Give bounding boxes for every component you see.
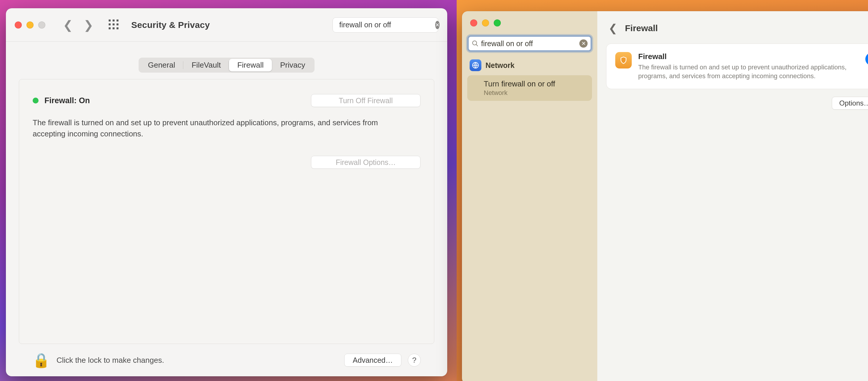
firewall-options-button[interactable]: Firewall Options… — [311, 156, 421, 169]
search-field[interactable]: ✕ — [333, 18, 438, 33]
tab-general[interactable]: General — [140, 59, 184, 71]
search-input[interactable] — [339, 21, 432, 29]
firewall-toggle[interactable] — [865, 53, 868, 66]
svg-point-11 — [472, 41, 477, 45]
svg-rect-2 — [117, 20, 119, 22]
firewall-panel: Firewall: On Turn Off Firewall The firew… — [19, 79, 434, 344]
back-button[interactable]: ❮ — [63, 18, 73, 32]
firewall-description: The firewall is turned on and set up to … — [33, 117, 386, 139]
monterey-system-preferences-window: ❮ ❯ Security & Privacy ✕ — [6, 8, 447, 376]
window-title: Security & Privacy — [131, 20, 210, 30]
search-field[interactable]: ✕ — [467, 35, 592, 52]
tab-filevault[interactable]: FileVault — [183, 59, 229, 71]
clear-search-button[interactable]: ✕ — [579, 39, 588, 48]
advanced-button[interactable]: Advanced… — [344, 354, 401, 367]
zoom-window-button[interactable] — [494, 20, 501, 27]
x-icon: ✕ — [435, 22, 440, 28]
tab-firewall[interactable]: Firewall — [229, 59, 272, 71]
svg-rect-8 — [117, 27, 119, 29]
forward-button[interactable]: ❯ — [84, 18, 94, 32]
footer: 🔒 Click the lock to make changes. Advanc… — [19, 344, 434, 376]
content-pane: ❮ Firewall Firewall The firewall is turn… — [597, 11, 868, 381]
network-icon — [470, 59, 482, 71]
group-title-label: Network — [486, 61, 515, 70]
page-title: Firewall — [625, 23, 658, 33]
card-description: The firewall is turned on and set up to … — [638, 63, 853, 80]
firewall-card: Firewall The firewall is turned on and s… — [606, 43, 868, 89]
firewall-status-label: Firewall: On — [44, 96, 90, 105]
firewall-options-button[interactable]: Options… — [832, 97, 868, 110]
help-button[interactable]: ? — [408, 354, 421, 367]
svg-rect-3 — [108, 23, 111, 25]
lock-icon[interactable]: 🔒 — [32, 352, 50, 369]
lock-hint-label: Click the lock to make changes. — [57, 356, 164, 365]
turn-off-firewall-button[interactable]: Turn Off Firewall — [311, 94, 421, 107]
tab-bar: General FileVault Firewall Privacy — [138, 58, 315, 73]
result-title: Turn firewall on or off — [484, 79, 587, 89]
svg-rect-5 — [117, 23, 119, 25]
search-result-item[interactable]: Turn firewall on or off Network — [467, 75, 592, 101]
x-icon: ✕ — [581, 40, 586, 47]
sidebar: ✕ Network Turn firewall on or off — [462, 11, 597, 381]
clear-search-button[interactable]: ✕ — [435, 21, 440, 29]
status-indicator-on-icon — [33, 98, 38, 103]
card-title: Firewall — [638, 52, 859, 61]
search-input[interactable] — [481, 39, 577, 48]
close-window-button[interactable] — [15, 22, 22, 29]
traffic-lights — [15, 22, 45, 29]
search-results: Network Turn firewall on or off Network — [465, 58, 594, 101]
back-button[interactable]: ❮ — [606, 21, 620, 36]
svg-line-12 — [476, 44, 478, 46]
close-window-button[interactable] — [470, 20, 477, 27]
tab-privacy[interactable]: Privacy — [272, 59, 313, 71]
grid-icon — [108, 19, 120, 30]
result-group-header: Network — [467, 58, 592, 72]
search-icon — [472, 40, 479, 47]
toolbar: ❮ ❯ Security & Privacy ✕ — [6, 8, 447, 42]
minimize-window-button[interactable] — [27, 22, 34, 29]
traffic-lights — [465, 20, 594, 27]
svg-rect-6 — [108, 27, 111, 29]
result-subtitle: Network — [484, 89, 587, 97]
minimize-window-button[interactable] — [482, 20, 489, 27]
firewall-icon — [615, 52, 632, 69]
svg-rect-1 — [113, 20, 115, 22]
ventura-system-settings-window: ✕ Network Turn firewall on or off — [462, 11, 868, 381]
svg-rect-7 — [113, 27, 115, 29]
zoom-window-button[interactable] — [38, 22, 45, 29]
show-all-preferences-button[interactable] — [108, 19, 120, 31]
svg-rect-4 — [113, 23, 115, 25]
svg-rect-0 — [108, 20, 111, 22]
